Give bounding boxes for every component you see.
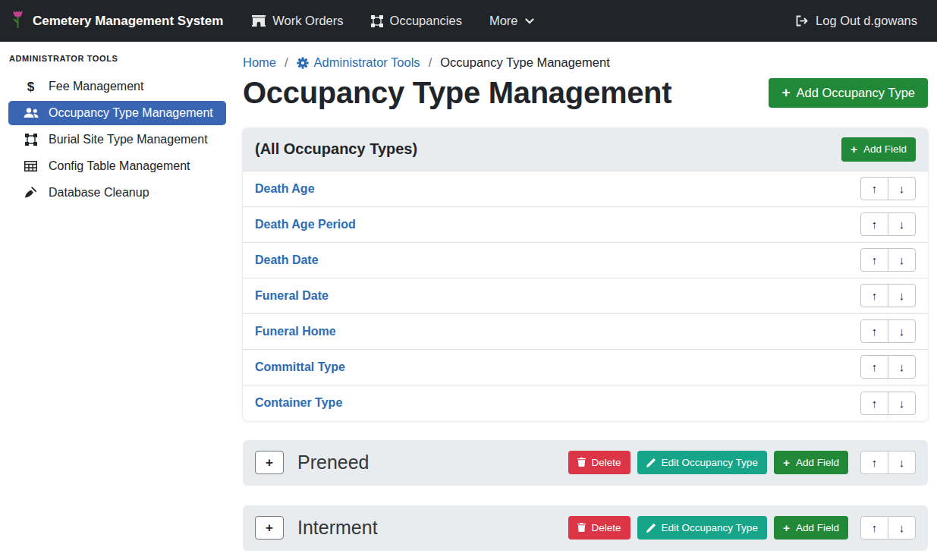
occupancies-icon [371,15,383,27]
field-link[interactable]: Death Age [255,182,315,196]
button-label: Delete [592,522,621,533]
nav-item-work-orders[interactable]: Work Orders [252,14,343,28]
gear-icon [297,57,309,69]
plus-icon: + [783,522,790,534]
down-arrow-icon: ↓ [899,521,905,534]
edit-occupancy-type-button[interactable]: Edit Occupancy Type [637,516,767,540]
down-arrow-icon: ↓ [899,325,905,338]
up-arrow-icon: ↑ [872,325,878,338]
section-title: Preneed [297,451,369,473]
button-label: Add Field [863,143,907,155]
sidebar-heading: ADMINISTRATOR TOOLS [0,48,234,72]
field-link[interactable]: Death Age Period [255,218,356,231]
move-up-button[interactable]: ↑ [860,284,888,307]
button-label: Add Field [796,522,839,533]
move-up-button[interactable]: ↑ [860,451,888,474]
add-field-button[interactable]: + Add Field [841,137,916,162]
pencil-icon [646,458,656,467]
section-title: Interment [297,517,378,539]
page-title: Occupancy Type Management [243,76,671,110]
down-arrow-icon: ↓ [899,360,905,373]
expand-button[interactable]: + [255,516,284,540]
button-label: Delete [592,457,621,468]
reorder-group: ↑ ↓ [860,392,916,415]
top-navbar: Cemetery Management System Work Orders [0,0,937,42]
card-header: (All Occupancy Types) + Add Field [243,128,928,171]
sidebar-item-label: Burial Site Type Management [49,133,208,146]
field-link[interactable]: Funeral Home [255,325,336,338]
plus-icon: + [266,521,273,536]
breadcrumb-separator: / [285,55,288,70]
delete-button[interactable]: Delete [568,451,630,474]
sidebar-item-database-cleanup[interactable]: Database Cleanup [8,181,226,205]
move-up-button[interactable]: ↑ [860,392,888,415]
field-row: Container Type ↑ ↓ [243,385,928,421]
add-field-button[interactable]: + Add Field [774,516,848,540]
field-row: Death Age Period ↑ ↓ [243,207,928,243]
down-arrow-icon: ↓ [899,397,905,410]
reorder-group: ↑ ↓ [860,516,916,540]
breadcrumb-current: Occupancy Type Management [440,55,610,70]
button-label: Edit Occupancy Type [662,457,758,468]
logout-label: Log Out d.gowans [816,14,917,28]
pencil-icon [646,524,656,533]
breadcrumb-admin-tools-link[interactable]: Administrator Tools [314,55,420,70]
move-down-button[interactable]: ↓ [888,177,916,200]
move-up-button[interactable]: ↑ [860,212,888,236]
expand-button[interactable]: + [255,451,284,474]
sidebar-item-occupancy-type-management[interactable]: Occupancy Type Management [8,101,226,125]
field-link[interactable]: Death Date [255,253,319,267]
section-bar-preneed: + Preneed Delete [243,440,928,486]
delete-button[interactable]: Delete [568,516,630,540]
button-label: Add Occupancy Type [796,86,915,100]
field-row: Death Age ↑ ↓ [243,171,928,207]
move-up-button[interactable]: ↑ [860,319,888,343]
nav-item-occupancies[interactable]: Occupancies [371,14,462,28]
logout-link[interactable]: Log Out d.gowans [796,14,917,28]
sidebar-item-fee-management[interactable]: $ Fee Management [8,74,226,99]
sidebar-item-burial-site-type-management[interactable]: Burial Site Type Management [8,127,226,152]
button-label: Add Field [796,457,839,468]
sidebar-item-label: Database Cleanup [49,186,149,200]
field-row: Funeral Date ↑ ↓ [243,278,928,314]
add-field-button[interactable]: + Add Field [774,451,848,475]
move-down-button[interactable]: ↓ [888,319,916,343]
move-down-button[interactable]: ↓ [888,516,916,540]
breadcrumb: Home / Administrator Tool [243,55,928,70]
move-down-button[interactable]: ↓ [888,355,916,379]
button-label: Edit Occupancy Type [662,522,758,533]
move-down-button[interactable]: ↓ [888,248,916,272]
field-row: Committal Type ↑ ↓ [243,350,928,385]
move-down-button[interactable]: ↓ [888,451,916,474]
trash-icon [577,523,586,533]
field-link[interactable]: Funeral Date [255,289,329,303]
edit-occupancy-type-button[interactable]: Edit Occupancy Type [637,451,767,474]
move-up-button[interactable]: ↑ [860,355,888,379]
up-arrow-icon: ↑ [872,397,878,410]
section-bar-interment: + Interment Delete [243,505,928,551]
section-actions: Delete Edit Occupancy Type + Add Field ↑ [568,451,916,475]
dollar-icon: $ [23,80,39,93]
nav-item-label: Occupancies [390,14,462,28]
up-arrow-icon: ↑ [872,521,878,534]
move-up-button[interactable]: ↑ [860,177,888,200]
field-row: Death Date ↑ ↓ [243,243,928,278]
card-title: (All Occupancy Types) [255,140,417,158]
reorder-group: ↑ ↓ [860,248,916,272]
field-link[interactable]: Committal Type [255,360,345,374]
move-down-button[interactable]: ↓ [888,284,916,307]
move-down-button[interactable]: ↓ [888,392,916,415]
breadcrumb-home-link[interactable]: Home [243,55,276,70]
down-arrow-icon: ↓ [899,456,905,469]
move-up-button[interactable]: ↑ [860,248,888,272]
sidebar: ADMINISTRATOR TOOLS $ Fee Management Occ… [0,42,234,560]
add-occupancy-type-button[interactable]: + Add Occupancy Type [769,78,928,108]
section-actions: Delete Edit Occupancy Type + Add Field ↑ [568,516,916,540]
field-link[interactable]: Container Type [255,396,342,410]
sidebar-item-config-table-management[interactable]: Config Table Management [8,154,226,178]
down-arrow-icon: ↓ [899,253,905,266]
nav-item-more[interactable]: More [489,14,534,28]
move-up-button[interactable]: ↑ [860,516,888,540]
move-down-button[interactable]: ↓ [888,212,916,236]
plus-icon: + [266,455,273,470]
